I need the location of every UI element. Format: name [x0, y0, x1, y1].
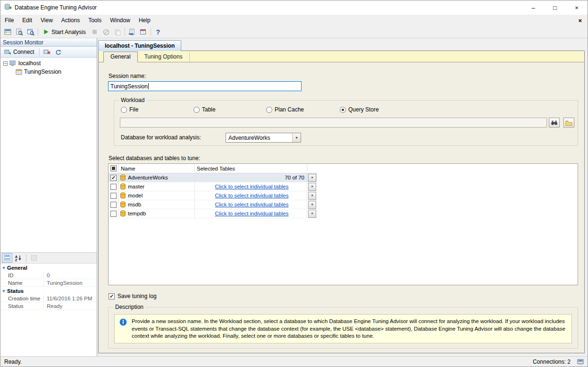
- row-dropdown-button[interactable]: ▾: [308, 201, 316, 209]
- window-controls: – □ ×: [522, 0, 588, 15]
- document-tab[interactable]: localhost - TuningSession: [98, 40, 181, 51]
- refresh-sessions-button[interactable]: [53, 48, 64, 57]
- document-tab-strip: localhost - TuningSession: [98, 40, 585, 51]
- export-results-button[interactable]: [138, 27, 149, 37]
- browse-file-button[interactable]: [549, 118, 560, 128]
- main-area: Session Monitor Connect −: [0, 38, 588, 356]
- select-tables-link[interactable]: Click to select individual tables: [197, 193, 307, 198]
- description-text: Provide a new session name. In the Workl…: [132, 318, 565, 339]
- menu-item-window[interactable]: Window: [106, 15, 134, 26]
- row-checkbox[interactable]: [110, 193, 117, 199]
- properties-toolbar: AZ: [0, 253, 97, 264]
- new-session-button[interactable]: [2, 27, 14, 37]
- row-checkbox[interactable]: [110, 184, 117, 190]
- menu-item-tools[interactable]: Tools: [84, 15, 106, 26]
- select-tables-link[interactable]: Click to select individual tables: [197, 184, 307, 189]
- property-name: Creation time: [0, 295, 44, 302]
- collapse-icon[interactable]: −: [3, 61, 8, 66]
- save-tuning-log-checkbox[interactable]: ✓ Save tuning log: [109, 293, 157, 299]
- paste-button: [112, 27, 123, 37]
- property-value: Ready: [44, 303, 62, 309]
- radio-file[interactable]: File: [121, 106, 138, 113]
- property-category-general[interactable]: ▾ General: [0, 264, 97, 272]
- property-grid: ▾ General ID 0 Name TuningSession ▾ Stat…: [0, 264, 97, 356]
- property-row-id[interactable]: ID 0: [0, 272, 97, 279]
- menu-item-edit[interactable]: Edit: [18, 15, 36, 26]
- tree-item-localhost[interactable]: − localhost: [0, 59, 97, 68]
- start-analysis-button[interactable]: Start Analysis: [40, 27, 89, 37]
- connections-count: Connections: 2: [533, 358, 571, 365]
- tab-tuning-options[interactable]: Tuning Options: [138, 52, 190, 62]
- general-tab-content: Session name: TuningSession Workload Fil…: [99, 62, 584, 353]
- radio-query-store[interactable]: Query Store: [340, 106, 379, 113]
- help-icon: ?: [156, 28, 160, 36]
- tree-tuning-session-label: TuningSession: [24, 68, 61, 75]
- property-row-name[interactable]: Name TuningSession: [0, 279, 97, 287]
- table-row[interactable]: ✓ AdventureWorks 70 of 70 ▾: [109, 173, 317, 182]
- toolbar-separator: [125, 28, 125, 36]
- database-icon: [120, 174, 126, 181]
- cancel-analysis-button: [101, 27, 112, 37]
- radio-icon: [193, 107, 200, 113]
- property-name: ID: [0, 272, 44, 279]
- radio-table[interactable]: Table: [193, 106, 216, 113]
- radio-file-label: File: [129, 106, 138, 113]
- table-row[interactable]: model Click to select individual tables …: [109, 191, 317, 200]
- main-toolbar: Start Analysis ?: [0, 26, 588, 38]
- table-row[interactable]: master Click to select individual tables…: [109, 182, 317, 191]
- browse-table-button[interactable]: [563, 118, 574, 128]
- row-dropdown-button[interactable]: ▾: [308, 192, 316, 200]
- table-row[interactable]: tempdb Click to select individual tables…: [109, 209, 317, 218]
- workload-file-input: [120, 118, 547, 128]
- column-header-name[interactable]: Name: [119, 164, 195, 173]
- check-icon: ✓: [111, 175, 116, 180]
- database-combobox[interactable]: AdventureWorks ▾: [226, 133, 301, 143]
- minimize-button[interactable]: –: [522, 0, 544, 15]
- session-name-input[interactable]: TuningSession: [108, 81, 302, 91]
- property-row-status[interactable]: Status Ready: [0, 302, 97, 310]
- menu-item-file[interactable]: File: [0, 15, 18, 26]
- disconnect-button[interactable]: [42, 48, 52, 57]
- tree-item-tuning-session[interactable]: TuningSession: [16, 68, 97, 76]
- menu-item-actions[interactable]: Actions: [57, 15, 84, 26]
- table-row[interactable]: msdb Click to select individual tables ▾: [109, 200, 317, 209]
- menu-item-help[interactable]: Help: [134, 15, 155, 26]
- select-tables-link[interactable]: Click to select individual tables: [197, 202, 307, 207]
- close-button[interactable]: ×: [566, 0, 588, 15]
- sort-alphabetical-button[interactable]: AZ: [13, 253, 24, 263]
- import-session-button[interactable]: [126, 27, 138, 37]
- chevron-down-icon: ▾: [311, 212, 313, 215]
- property-pages-icon: [31, 255, 37, 261]
- help-button[interactable]: ?: [152, 27, 164, 37]
- category-label: Status: [7, 288, 24, 294]
- select-tables-link[interactable]: Click to select individual tables: [197, 211, 307, 216]
- row-dropdown-button[interactable]: ▾: [308, 210, 316, 218]
- chevron-down-icon[interactable]: ▾: [292, 133, 301, 142]
- menu-item-view[interactable]: View: [36, 15, 57, 26]
- property-category-status[interactable]: ▾ Status: [0, 287, 97, 295]
- row-checkbox[interactable]: [110, 202, 117, 208]
- property-value: 11/6/2016 1:26 PM: [44, 296, 92, 301]
- session-monitor-panel: Session Monitor Connect −: [0, 38, 97, 356]
- categorized-view-button[interactable]: [2, 253, 12, 263]
- maximize-button[interactable]: □: [544, 0, 566, 15]
- title-bar: Database Engine Tuning Advisor – □ ×: [0, 0, 588, 15]
- document-close-icon[interactable]: ×: [578, 17, 582, 24]
- row-checkbox[interactable]: ✓: [110, 175, 117, 181]
- open-session-button[interactable]: [14, 27, 25, 37]
- open-workload-file-button[interactable]: [25, 27, 36, 37]
- row-dropdown-button[interactable]: ▾: [308, 183, 316, 191]
- session-monitor-header: Session Monitor: [0, 38, 97, 47]
- tab-general[interactable]: General: [103, 51, 138, 62]
- property-value: TuningSession: [44, 280, 83, 286]
- row-checkbox[interactable]: [110, 211, 117, 217]
- connect-button[interactable]: Connect: [2, 48, 37, 56]
- category-label: General: [7, 265, 27, 271]
- stop-analysis-button: [89, 27, 101, 37]
- radio-plan-cache[interactable]: Plan Cache: [266, 106, 304, 113]
- select-all-checkbox[interactable]: [110, 165, 117, 171]
- row-dropdown-button[interactable]: ▾: [308, 174, 316, 182]
- cancel-analysis-icon: [103, 29, 109, 35]
- property-row-creation-time[interactable]: Creation time 11/6/2016 1:26 PM: [0, 295, 97, 302]
- column-header-selected-tables[interactable]: Selected Tables: [195, 164, 307, 173]
